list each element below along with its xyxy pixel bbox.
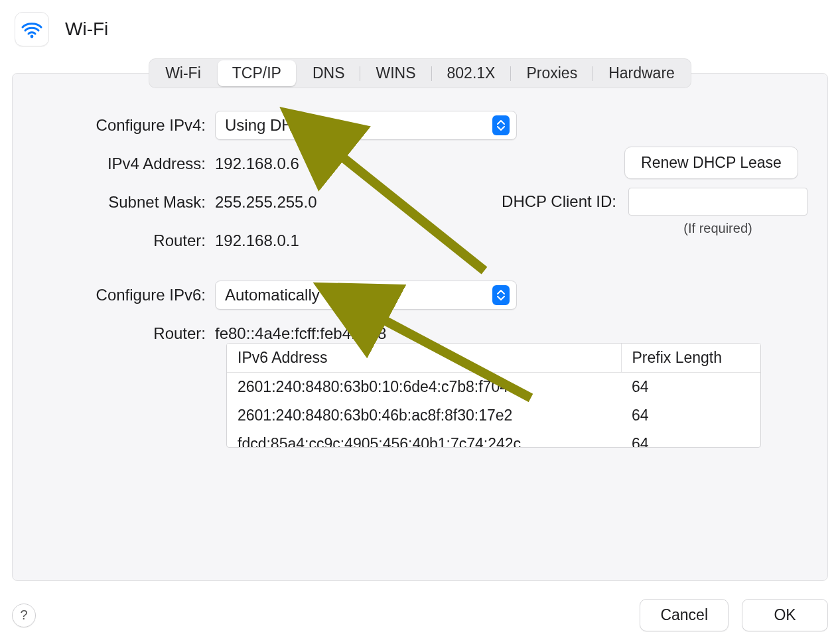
dialog-footer: ? Cancel OK (12, 599, 828, 631)
tab-proxies[interactable]: Proxies (512, 60, 592, 86)
dhcp-client-id-input[interactable] (628, 188, 807, 216)
ipv4-router-value: 192.168.0.1 (215, 231, 299, 250)
ipv6-col-prefix[interactable]: Prefix Length (621, 344, 760, 373)
ipv6-prefix-cell: 64 (621, 430, 760, 448)
configure-ipv6-value: Automatically (225, 286, 492, 304)
tab-tcpip[interactable]: TCP/IP (218, 60, 296, 86)
tab-wins[interactable]: WINS (361, 60, 430, 86)
table-row[interactable]: 2601:240:8480:63b0:10:6de4:c7b8:f70464 (227, 373, 760, 402)
subnet-mask-label: Subnet Mask: (13, 193, 215, 212)
svg-point-0 (31, 35, 34, 38)
tabs-segmented-control[interactable]: Wi-FiTCP/IPDNSWINS802.1XProxiesHardware (149, 58, 691, 88)
ipv6-address-table: IPv6 Address Prefix Length 2601:240:8480… (226, 343, 761, 448)
header: Wi-Fi (0, 0, 840, 52)
ipv6-prefix-cell: 64 (621, 373, 760, 402)
cancel-button[interactable]: Cancel (640, 599, 729, 631)
ipv6-address-cell: 2601:240:8480:63b0:10:6de4:c7b8:f704 (227, 373, 621, 402)
subnet-mask-value: 255.255.255.0 (215, 193, 316, 212)
network-settings-window: Wi-Fi Wi-FiTCP/IPDNSWINS802.1XProxiesHar… (0, 0, 840, 642)
ipv6-col-address[interactable]: IPv6 Address (227, 344, 621, 373)
ok-button[interactable]: OK (742, 599, 828, 631)
configure-ipv4-value: Using DHCP (225, 116, 492, 135)
tab-separator (593, 66, 593, 81)
renew-dhcp-lease-button[interactable]: Renew DHCP Lease (624, 147, 798, 179)
configure-ipv6-label: Configure IPv6: (13, 286, 215, 304)
updown-caret-icon (492, 285, 510, 305)
ipv4-router-label: Router: (13, 231, 215, 250)
ipv4-address-value: 192.168.0.6 (215, 155, 299, 173)
ipv6-router-value: fe80::4a4e:fcff:feb4:40f8 (215, 324, 386, 343)
tab-separator (510, 66, 511, 81)
ipv6-address-cell: 2601:240:8480:63b0:46b:ac8f:8f30:17e2 (227, 401, 621, 430)
ipv6-prefix-cell: 64 (621, 401, 760, 430)
updown-caret-icon (492, 115, 510, 135)
dhcp-client-id-label: DHCP Client ID: (502, 192, 616, 211)
configure-ipv4-label: Configure IPv4: (13, 116, 215, 135)
tab-wifi[interactable]: Wi-Fi (151, 60, 216, 86)
wifi-icon (15, 12, 49, 46)
tab-separator (431, 66, 432, 81)
ipv6-address-cell: fdcd:85a4:cc9c:4905:456:40b1:7c74:242c (227, 430, 621, 448)
configure-ipv4-popup[interactable]: Using DHCP (215, 111, 517, 140)
page-title: Wi-Fi (65, 19, 108, 40)
if-required-hint: (If required) (628, 221, 807, 236)
ipv6-router-label: Router: (13, 324, 215, 343)
table-row[interactable]: fdcd:85a4:cc9c:4905:456:40b1:7c74:242c64 (227, 430, 760, 448)
tab-hardware[interactable]: Hardware (594, 60, 689, 86)
help-button[interactable]: ? (12, 604, 36, 627)
tab-8021x[interactable]: 802.1X (433, 60, 510, 86)
configure-ipv6-popup[interactable]: Automatically (215, 281, 517, 310)
ipv4-address-label: IPv4 Address: (13, 155, 215, 173)
tab-separator (360, 66, 360, 81)
settings-panel: Configure IPv4: Using DHCP IPv4 Address:… (12, 73, 828, 581)
table-row[interactable]: 2601:240:8480:63b0:46b:ac8f:8f30:17e264 (227, 401, 760, 430)
tab-dns[interactable]: DNS (298, 60, 360, 86)
